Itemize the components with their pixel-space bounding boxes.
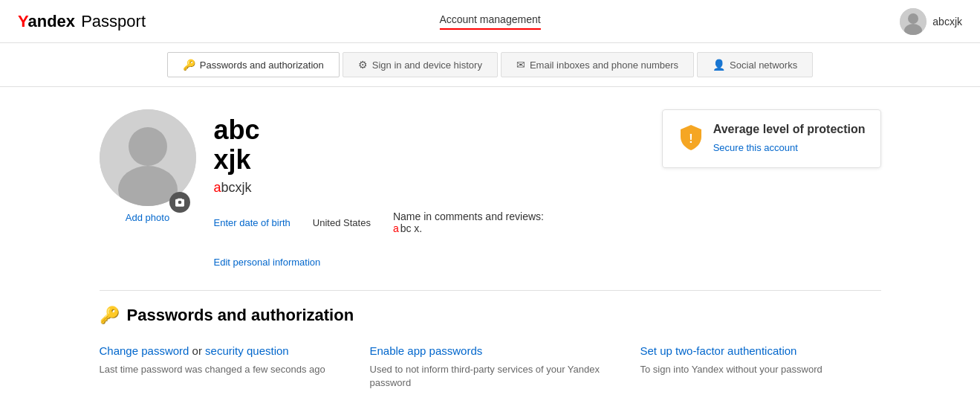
header: Yandex Passport Account management abcxj… xyxy=(0,0,980,43)
avatar xyxy=(900,8,927,35)
shield-warning-icon: ! xyxy=(678,123,704,155)
header-user[interactable]: abcxjk xyxy=(900,8,962,35)
change-password-link[interactable]: Change password xyxy=(100,344,189,357)
2fa-heading: Set up two-factor authentication xyxy=(640,343,881,358)
login-red-letter: a xyxy=(214,180,221,195)
svg-text:!: ! xyxy=(689,132,692,145)
logo-passport-text: Passport xyxy=(77,12,146,31)
profile-comments: Name in comments and reviews: abc x. xyxy=(393,210,544,234)
profile-meta: Enter date of birth United States Name i… xyxy=(214,210,644,268)
main-content: Add photo abc xjk abcxjk Enter date of b… xyxy=(82,87,899,413)
comments-red-letter: a xyxy=(393,222,399,234)
section-title-text: Passwords and authorization xyxy=(127,306,354,325)
logo-yandex-text: Yandex xyxy=(18,12,75,31)
profile-info: abc xjk abcxjk Enter date of birth Unite… xyxy=(214,109,644,268)
profile-country: United States xyxy=(313,217,371,228)
auth-item-app-passwords: Enable app passwords Used to not inform … xyxy=(370,343,611,390)
connector-text: or xyxy=(189,344,205,357)
auth-item-2fa: Set up two-factor authentication To sign… xyxy=(640,343,881,390)
avatar-silhouette xyxy=(900,8,927,35)
tab-signin-label: Sign in and device history xyxy=(372,60,482,71)
logo-y-letter: Y xyxy=(18,12,27,30)
protection-card: ! Average level of protection Secure thi… xyxy=(662,109,881,168)
key-icon: 🔑 xyxy=(183,59,195,71)
tab-passwords[interactable]: 🔑 Passwords and authorization xyxy=(167,52,340,77)
tab-email[interactable]: ✉ Email inboxes and phone numbers xyxy=(501,52,694,77)
gear-icon: ⚙ xyxy=(358,59,368,71)
header-title: Account management xyxy=(439,13,540,30)
tab-email-label: Email inboxes and phone numbers xyxy=(530,60,678,71)
setup-2fa-link[interactable]: Set up two-factor authentication xyxy=(640,344,797,357)
add-photo-link[interactable]: Add photo xyxy=(100,212,196,223)
enable-app-passwords-link[interactable]: Enable app passwords xyxy=(370,344,483,357)
tab-social[interactable]: 👤 Social networks xyxy=(697,52,813,77)
2fa-description: To sign into Yandex without your passwor… xyxy=(640,363,881,376)
profile-login: abcxjk xyxy=(214,180,644,196)
social-icon: 👤 xyxy=(713,59,725,71)
nav-tabs: 🔑 Passwords and authorization ⚙ Sign in … xyxy=(0,43,980,87)
tab-passwords-label: Passwords and authorization xyxy=(200,60,324,71)
comments-label: Name in comments and reviews: xyxy=(393,210,544,222)
edit-personal-info-link[interactable]: Edit personal information xyxy=(214,257,321,268)
profile-section: Add photo abc xjk abcxjk Enter date of b… xyxy=(100,109,881,291)
app-passwords-heading: Enable app passwords xyxy=(370,343,611,358)
email-icon: ✉ xyxy=(516,59,525,71)
change-password-description: Last time password was changed a few sec… xyxy=(100,363,340,376)
shield-icon: ! xyxy=(678,123,704,150)
change-password-heading: Change password or security question xyxy=(100,343,340,358)
app-passwords-description: Used to not inform third-party services … xyxy=(370,363,611,390)
camera-icon xyxy=(174,196,186,208)
secure-account-link[interactable]: Secure this account xyxy=(713,142,866,153)
logo[interactable]: Yandex Passport xyxy=(18,12,146,31)
tab-social-label: Social networks xyxy=(730,60,797,71)
auth-grid: Change password or security question Las… xyxy=(100,343,881,390)
svg-point-1 xyxy=(908,13,918,24)
section-title: 🔑 Passwords and authorization xyxy=(100,306,881,325)
camera-button[interactable] xyxy=(169,192,190,213)
enter-birth-link[interactable]: Enter date of birth xyxy=(214,217,291,228)
protection-title: Average level of protection xyxy=(713,122,866,138)
profile-name: abc xjk xyxy=(214,115,644,174)
section-key-icon: 🔑 xyxy=(100,306,120,325)
comments-value: abc x. xyxy=(393,222,544,234)
svg-point-4 xyxy=(129,127,167,166)
protection-info: Average level of protection Secure this … xyxy=(713,122,866,153)
security-question-link[interactable]: security question xyxy=(205,344,289,357)
auth-item-password: Change password or security question Las… xyxy=(100,343,340,390)
tab-signin[interactable]: ⚙ Sign in and device history xyxy=(343,52,498,77)
header-username: abcxjk xyxy=(932,16,962,28)
avatar-container: Add photo xyxy=(100,109,196,223)
passwords-section: 🔑 Passwords and authorization Change pas… xyxy=(100,306,881,390)
